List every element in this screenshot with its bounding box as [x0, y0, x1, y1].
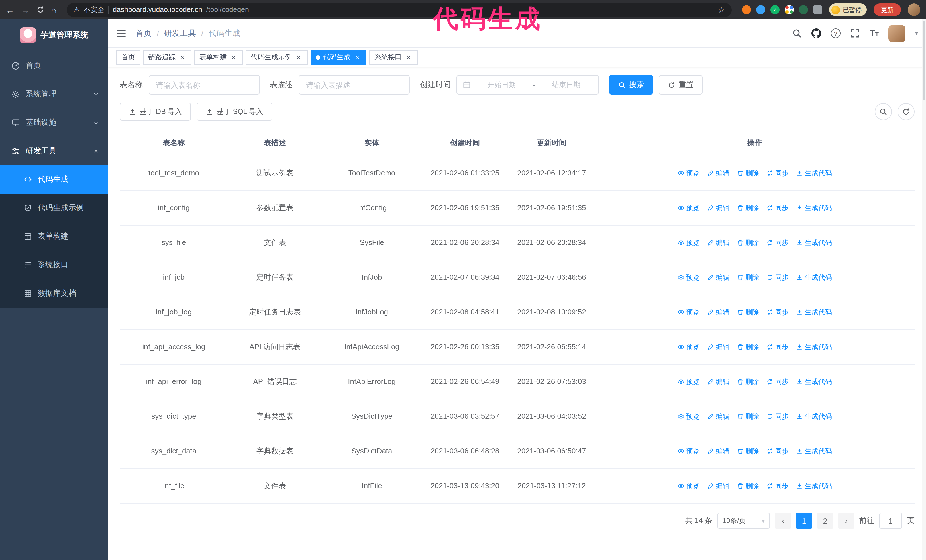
sync-link[interactable]: 同步: [766, 341, 789, 353]
preview-link[interactable]: 预览: [678, 341, 700, 353]
page-button-2[interactable]: 2: [817, 513, 833, 529]
delete-link[interactable]: 删除: [737, 202, 759, 214]
edit-link[interactable]: 编辑: [707, 237, 729, 249]
delete-link[interactable]: 删除: [737, 341, 759, 353]
edit-link[interactable]: 编辑: [707, 376, 729, 388]
extension-icon-5[interactable]: [799, 5, 808, 14]
reset-button[interactable]: 重置: [659, 75, 703, 95]
tab[interactable]: 代码生成 ×: [310, 50, 366, 65]
help-icon[interactable]: ?: [831, 29, 841, 38]
breadcrumb-item-devtools[interactable]: 研发工具: [164, 28, 196, 38]
extension-icon-3[interactable]: ✓: [770, 5, 779, 14]
sidebar-subitem-api[interactable]: 系统接口: [0, 251, 108, 279]
home-icon[interactable]: ⌂: [51, 5, 56, 14]
sync-link[interactable]: 同步: [766, 272, 789, 284]
reload-icon[interactable]: [36, 6, 44, 14]
table-name-input[interactable]: [148, 75, 260, 95]
generate-link[interactable]: 生成代码: [796, 480, 832, 492]
generate-link[interactable]: 生成代码: [796, 411, 832, 423]
font-size-icon[interactable]: TT: [870, 29, 879, 38]
github-icon[interactable]: [811, 29, 821, 38]
generate-link[interactable]: 生成代码: [796, 237, 832, 249]
extensions-puzzle-icon[interactable]: [813, 5, 822, 14]
generate-link[interactable]: 生成代码: [796, 376, 832, 388]
edit-link[interactable]: 编辑: [707, 202, 729, 214]
sync-link[interactable]: 同步: [766, 237, 789, 249]
breadcrumb-item-home[interactable]: 首页: [136, 28, 151, 38]
delete-link[interactable]: 删除: [737, 306, 759, 318]
edit-link[interactable]: 编辑: [707, 445, 729, 457]
delete-link[interactable]: 删除: [737, 411, 759, 423]
edit-link[interactable]: 编辑: [707, 480, 729, 492]
generate-link[interactable]: 生成代码: [796, 202, 832, 214]
close-icon[interactable]: ×: [353, 53, 361, 61]
sidebar-item-system[interactable]: 系统管理: [0, 80, 108, 108]
preview-link[interactable]: 预览: [678, 168, 700, 179]
forward-icon[interactable]: →: [21, 5, 30, 14]
caret-down-icon[interactable]: ▾: [915, 30, 918, 36]
close-icon[interactable]: ×: [179, 53, 186, 61]
generate-link[interactable]: 生成代码: [796, 341, 832, 353]
tab[interactable]: 链路追踪 ×: [143, 50, 191, 65]
preview-link[interactable]: 预览: [678, 411, 700, 423]
edit-link[interactable]: 编辑: [707, 306, 729, 318]
sidebar-subitem-db-doc[interactable]: 数据库文档: [0, 279, 108, 308]
back-icon[interactable]: ←: [6, 5, 14, 14]
edit-link[interactable]: 编辑: [707, 411, 729, 423]
close-icon[interactable]: ×: [230, 53, 238, 61]
generate-link[interactable]: 生成代码: [796, 306, 832, 318]
sidebar-item-home[interactable]: 首页: [0, 51, 108, 80]
date-range-picker[interactable]: 开始日期 - 结束日期: [457, 75, 599, 95]
sidebar-item-devtools[interactable]: 研发工具: [0, 137, 108, 165]
menu-fold-icon[interactable]: [116, 28, 127, 38]
tab[interactable]: 表单构建 ×: [194, 50, 243, 65]
preview-link[interactable]: 预览: [678, 272, 700, 284]
scrollbar[interactable]: [922, 20, 926, 560]
prev-page-button[interactable]: ‹: [775, 513, 791, 529]
fullscreen-icon[interactable]: [850, 29, 860, 38]
generate-link[interactable]: 生成代码: [796, 168, 832, 179]
delete-link[interactable]: 删除: [737, 168, 759, 179]
search-icon[interactable]: [792, 29, 802, 38]
preview-link[interactable]: 预览: [678, 445, 700, 457]
scrollbar-thumb[interactable]: [923, 21, 925, 100]
extension-icon-2[interactable]: [756, 5, 765, 14]
browser-profile-avatar[interactable]: [908, 3, 920, 16]
search-button[interactable]: 搜索: [609, 75, 653, 95]
goto-page-input[interactable]: [879, 513, 902, 529]
update-button[interactable]: 更新: [873, 3, 901, 16]
edit-link[interactable]: 编辑: [707, 168, 729, 179]
preview-link[interactable]: 预览: [678, 376, 700, 388]
import-sql-button[interactable]: 基于 SQL 导入: [197, 103, 272, 121]
tab[interactable]: 系统接口 ×: [369, 50, 418, 65]
delete-link[interactable]: 删除: [737, 237, 759, 249]
preview-link[interactable]: 预览: [678, 202, 700, 214]
refresh-button[interactable]: [897, 103, 915, 120]
generate-link[interactable]: 生成代码: [796, 445, 832, 457]
table-desc-input[interactable]: [299, 75, 410, 95]
user-avatar[interactable]: [888, 25, 905, 42]
next-page-button[interactable]: ›: [838, 513, 854, 529]
extension-icon-4[interactable]: [785, 5, 794, 14]
sidebar-subitem-codegen-example[interactable]: 代码生成示例: [0, 194, 108, 222]
preview-link[interactable]: 预览: [678, 306, 700, 318]
edit-link[interactable]: 编辑: [707, 272, 729, 284]
page-button-1[interactable]: 1: [796, 513, 812, 529]
sync-link[interactable]: 同步: [766, 480, 789, 492]
tab[interactable]: 首页: [116, 50, 140, 65]
sync-link[interactable]: 同步: [766, 411, 789, 423]
delete-link[interactable]: 删除: [737, 445, 759, 457]
sync-link[interactable]: 同步: [766, 306, 789, 318]
tab[interactable]: 代码生成示例 ×: [246, 50, 308, 65]
url-bar[interactable]: ⚠ 不安全 dashboard.yudao.iocoder.cn/tool/co…: [67, 3, 732, 17]
preview-link[interactable]: 预览: [678, 237, 700, 249]
toggle-search-button[interactable]: [875, 103, 892, 120]
delete-link[interactable]: 删除: [737, 376, 759, 388]
generate-link[interactable]: 生成代码: [796, 272, 832, 284]
preview-link[interactable]: 预览: [678, 480, 700, 492]
sidebar-item-infrastructure[interactable]: 基础设施: [0, 108, 108, 137]
sidebar-subitem-form-builder[interactable]: 表单构建: [0, 222, 108, 251]
sync-link[interactable]: 同步: [766, 376, 789, 388]
sync-link[interactable]: 同步: [766, 202, 789, 214]
delete-link[interactable]: 删除: [737, 480, 759, 492]
